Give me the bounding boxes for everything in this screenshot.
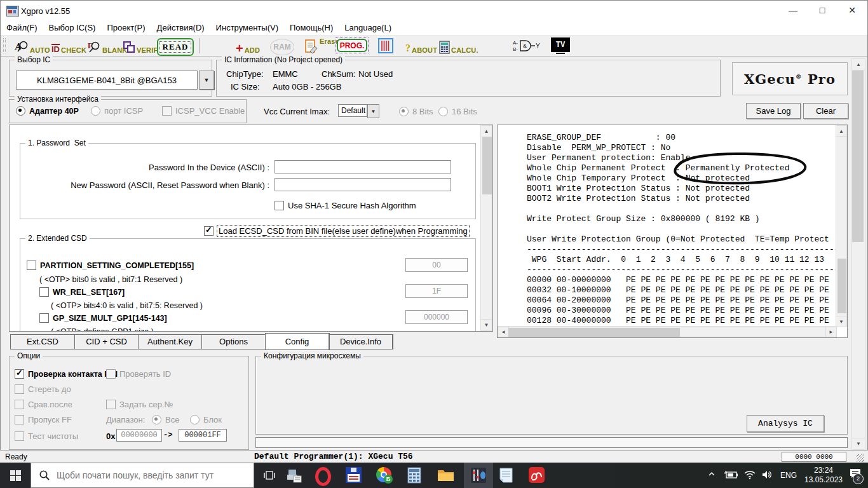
analyze-ic-button[interactable]: Analysys IC [747, 415, 824, 432]
menu-item-help[interactable]: Помощь(H) [284, 23, 339, 32]
erase-before-checkbox[interactable]: Стереть до [15, 384, 71, 394]
maximize-button[interactable]: □ [808, 1, 837, 20]
erase-button[interactable]: Erase [304, 37, 339, 54]
log-scroll-up[interactable]: ▲ [836, 125, 847, 137]
taskbar-app-explorer[interactable] [437, 468, 454, 485]
password-new-input[interactable] [275, 178, 451, 191]
status-ready: Ready [5, 452, 27, 461]
set-serial-checkbox[interactable]: Задать сер.№ [106, 400, 173, 409]
taskbar-app-scanner[interactable] [286, 467, 302, 486]
start-button[interactable] [0, 463, 31, 488]
icsize-label: IC Size: [231, 82, 260, 92]
menu-item-tools[interactable]: Инструменты(V) [210, 23, 284, 32]
clear-button[interactable]: Clear [803, 103, 848, 119]
log-scroll-down[interactable]: ▼ [836, 316, 847, 327]
window-scroll-down[interactable]: ▼ [851, 438, 865, 450]
ecsd-item-1-value[interactable]: 1F [405, 284, 468, 298]
compare-after-checkbox[interactable]: Срав.после [15, 400, 72, 409]
tab-extcsd[interactable]: Ext.CSD [10, 334, 76, 349]
auto-button[interactable]: A AUTO [15, 37, 50, 54]
minimize-button[interactable]: — [778, 1, 808, 20]
vcc-dropdown-button[interactable]: ▼ [367, 104, 379, 118]
tv-button[interactable]: TV [551, 37, 570, 52]
menu-item-actions[interactable]: Действия(D) [151, 23, 210, 32]
resize-grip[interactable] [857, 454, 864, 462]
purity-test-checkbox[interactable]: Тест чистоты [15, 431, 78, 441]
addr-to-input[interactable] [179, 429, 227, 442]
ecsd-item-0-checkbox[interactable]: PARTITION_SETTING_COMPLETED[155] [27, 261, 194, 270]
ecsd-item-0-value[interactable]: 00 [405, 258, 468, 272]
about-button[interactable]: ? ABOUT [405, 37, 437, 54]
check-id-checkbox[interactable]: Проверять ID [106, 369, 171, 379]
notification-center-button[interactable]: 2 [849, 468, 862, 482]
menu-item-select-ic[interactable]: Выбор IC(S) [43, 23, 102, 32]
tab-options[interactable]: Options [201, 334, 266, 349]
menu-item-file[interactable]: Файл(F) [1, 23, 43, 32]
ic-select-combobox[interactable]: KLM8G1GEME-B041_8Bit @BGA153 [16, 71, 198, 90]
search-input[interactable] [55, 470, 236, 481]
window-scroll-thumb[interactable] [852, 71, 864, 242]
menu-item-project[interactable]: Проект(P) [101, 23, 151, 32]
ecsd-item-1-checkbox[interactable]: WR_REL_SET[167] [39, 287, 125, 297]
log-scroll-right[interactable]: ► [825, 326, 837, 337]
add-button[interactable]: + ADD [236, 37, 260, 54]
read-button[interactable]: READ [157, 38, 194, 56]
taskbar-app-opera[interactable] [315, 467, 331, 486]
taskbar-app-notepad[interactable] [498, 467, 514, 486]
ram-button[interactable]: RAM [270, 39, 294, 55]
tray-volume[interactable] [761, 470, 774, 482]
ic-info-legend: IC Information (No Project opened) [222, 55, 345, 64]
prog-button[interactable]: PROG. [336, 37, 369, 53]
taskbar-app-floppy[interactable] [346, 467, 362, 483]
range-block-radio[interactable]: Блок [190, 415, 222, 424]
ecsd-item-2-checkbox[interactable]: GP_SIZE_MULT_GP1[145-143] [39, 313, 167, 323]
tab-config[interactable]: Config [265, 333, 330, 350]
ic-select-dropdown-button[interactable]: ▼ [199, 71, 214, 90]
menu-item-language[interactable]: Language(L) [339, 23, 397, 32]
sha1-checkbox[interactable]: Use SHA-1 Secure Hash Algorithm [275, 201, 416, 210]
config-panel-scroll-up[interactable]: ▲ [480, 125, 492, 137]
task-view-button[interactable] [255, 463, 283, 488]
addr-from-input[interactable] [116, 429, 162, 442]
chip-icon-button[interactable] [378, 38, 393, 53]
tab-cid-csd[interactable]: CID + CSD [74, 334, 139, 349]
tray-chevron-button[interactable] [707, 469, 717, 482]
taskbar-app-acrobat[interactable] [529, 467, 545, 483]
save-log-button[interactable]: Save Log [746, 103, 801, 119]
check-button[interactable]: ID CHECK [51, 37, 86, 54]
icsp-port-radio[interactable]: порт ICSP [91, 106, 143, 116]
load-ecsd-checkbox[interactable]: Load ECSD_CSD from BIN file(else user de… [204, 226, 469, 236]
tab-device-info[interactable]: Device.Info [329, 334, 393, 349]
password-device-input[interactable] [275, 160, 451, 173]
ecsd-item-2-value[interactable]: 000000 [405, 310, 468, 324]
config-panel-scroll-thumb[interactable] [482, 137, 492, 194]
vcc-imax-select[interactable]: Default [338, 104, 367, 117]
tray-wifi[interactable] [743, 470, 756, 482]
log-scroll-thumb[interactable] [837, 259, 846, 313]
wifi-icon [743, 470, 756, 480]
taskbar-app-calculator[interactable] [407, 467, 422, 486]
bits8-radio[interactable]: 8 Bits [399, 107, 433, 116]
icsp-vcc-checkbox[interactable]: ICSP_VCC Enable [162, 106, 245, 116]
taskbar-app-chrome[interactable]: Б [376, 467, 391, 482]
taskbar-app-xgpro-active[interactable] [464, 463, 493, 488]
pin-check-checkbox[interactable]: Проверка контакта PIN [15, 369, 118, 379]
calcu-button[interactable]: CALCU. [439, 37, 478, 54]
range-all-radio[interactable]: Все [152, 415, 179, 424]
tray-battery[interactable] [724, 470, 738, 482]
blank-button[interactable]: F BLANK [87, 37, 128, 54]
tray-language[interactable]: ENG [780, 471, 797, 480]
tab-authent-key[interactable]: Authent.Key [138, 334, 203, 349]
window-scroll-up[interactable]: ▲ [851, 58, 865, 71]
close-button[interactable]: ✕ [837, 1, 867, 20]
config-panel-scroll-down[interactable]: ▼ [480, 319, 492, 331]
adapter-40p-radio[interactable]: Адаптер 40P [16, 106, 79, 116]
bits16-radio[interactable]: 16 Bits [438, 107, 477, 116]
svg-text:&: & [523, 43, 527, 49]
log-hscroll-thumb[interactable] [508, 328, 680, 337]
log-scroll-left[interactable]: ◄ [498, 326, 509, 337]
logic-gate-button[interactable]: A-B-&Y [513, 39, 543, 55]
taskbar-search[interactable] [31, 463, 254, 488]
skip-ff-checkbox[interactable]: Пропуск FF [15, 415, 72, 424]
clock[interactable]: 23:24 13.05.2023 [799, 466, 848, 485]
